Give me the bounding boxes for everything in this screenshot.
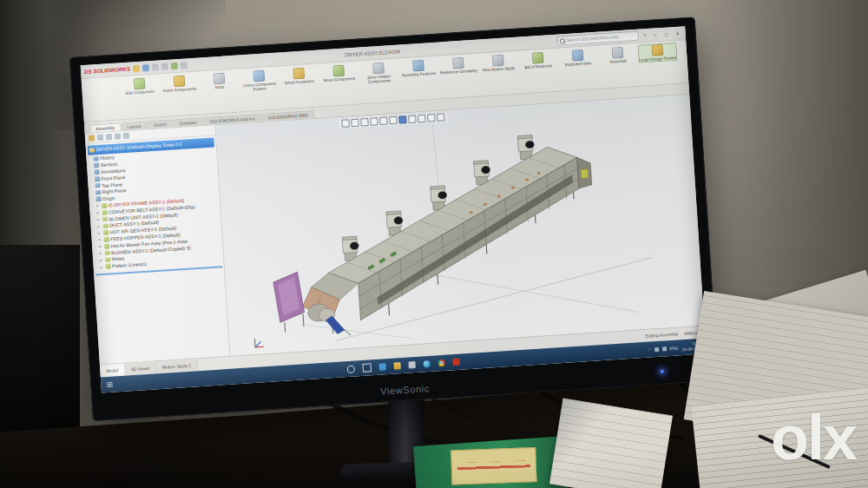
origin-triad-icon	[252, 335, 266, 350]
solidworks-logo: DS SOLIDWORKS	[84, 66, 130, 75]
store-icon[interactable]	[408, 361, 415, 368]
file-explorer-icon[interactable]	[393, 362, 400, 369]
cortana-icon[interactable]	[347, 365, 356, 373]
chrome-icon[interactable]	[437, 359, 444, 366]
security-shield-icon[interactable]	[654, 346, 658, 351]
dimxpert-manager-tab-icon[interactable]	[115, 133, 121, 139]
feature-icon	[95, 183, 100, 188]
ribbon-button-icon	[492, 55, 504, 67]
expand-arrow-icon[interactable]: ▸	[99, 244, 102, 248]
hide-show-items-icon[interactable]	[408, 115, 417, 123]
monitor: DS SOLIDWORKS DRYER ASSY.SLDASM Search S…	[69, 16, 719, 421]
apply-scene-icon[interactable]	[427, 114, 436, 122]
expand-arrow-icon[interactable]: ▸	[97, 217, 101, 221]
ribbon-button[interactable]: Edit Component	[120, 76, 160, 96]
property-manager-tab-icon[interactable]	[97, 135, 103, 141]
ribbon-button[interactable]: Assembly Features	[398, 58, 438, 79]
task-view-icon[interactable]	[362, 363, 372, 373]
help-button[interactable]: ?	[641, 32, 648, 38]
view-orientation-icon[interactable]	[389, 116, 398, 125]
ribbon-button-label: Instant3D	[609, 59, 627, 65]
ribbon-button[interactable]: Bill of Materials	[518, 50, 558, 71]
ribbon-button[interactable]: Instant3D	[598, 45, 638, 66]
language-indicator[interactable]: ENG	[669, 346, 678, 351]
ribbon-button-icon	[214, 73, 226, 85]
dynamic-annotation-views-icon[interactable]	[379, 116, 388, 125]
save-icon[interactable]	[152, 63, 159, 70]
component-icon	[103, 237, 108, 242]
previous-view-icon[interactable]	[360, 118, 369, 127]
mail-icon[interactable]	[379, 363, 386, 370]
expand-arrow-icon[interactable]: ▸	[96, 210, 100, 214]
status-units[interactable]: MMGS	[684, 330, 698, 336]
feature-icon	[95, 196, 101, 201]
graphics-viewport[interactable]	[215, 95, 704, 356]
edge-icon[interactable]	[423, 360, 430, 367]
maximize-button[interactable]: □	[662, 31, 671, 37]
ribbon-button-icon	[572, 49, 584, 62]
ribbon-button[interactable]: Exploded View	[558, 48, 598, 69]
expand-arrow-icon[interactable]: ▸	[97, 224, 101, 228]
feature-icon	[95, 176, 100, 181]
ribbon-button-label: Reference Geometry	[440, 69, 477, 76]
search-icon	[560, 38, 565, 43]
expand-arrow-icon[interactable]: ▸	[100, 265, 103, 269]
solidworks-taskbar-icon[interactable]	[452, 359, 459, 366]
ribbon-button[interactable]: Move Component	[319, 63, 358, 84]
ribbon-button-label: Linear Component Pattern	[240, 81, 279, 92]
ribbon-button-label: Insert Components	[163, 87, 197, 94]
ribbon-button[interactable]: Reference Geometry	[438, 56, 478, 76]
ribbon-button[interactable]: Linear Component Pattern	[239, 69, 279, 94]
display-manager-tab-icon[interactable]	[123, 133, 129, 139]
taskbar-apps	[347, 358, 460, 373]
ribbon-button[interactable]: Smart Fasteners	[279, 66, 319, 87]
ribbon-button-label: Move Component	[324, 76, 356, 83]
feature-tree-component-label: Pattern (Linear)1	[112, 261, 148, 269]
component-icon	[102, 223, 108, 228]
print-icon[interactable]	[161, 63, 168, 69]
ribbon-button-icon	[612, 47, 624, 59]
ribbon-button[interactable]: New Motion Study	[478, 53, 518, 74]
component-icon	[104, 250, 109, 255]
new-icon[interactable]	[133, 64, 140, 71]
start-button[interactable]: ⊞	[101, 380, 119, 389]
display-style-icon[interactable]	[398, 115, 407, 124]
ribbon-button-icon	[532, 52, 544, 64]
expand-arrow-icon[interactable]: ▸	[98, 231, 102, 235]
rebuild-icon[interactable]	[181, 62, 187, 69]
ribbon-button-icon	[372, 63, 385, 75]
3d-model-dryer-conveyor[interactable]	[231, 107, 690, 353]
feature-manager-tab-icon[interactable]	[89, 135, 95, 141]
expand-arrow-icon[interactable]: ▸	[99, 251, 102, 255]
ribbon-button[interactable]: Large Design Review	[637, 43, 677, 63]
feature-icon	[93, 156, 98, 162]
section-view-icon[interactable]	[370, 117, 378, 126]
ribbon-button[interactable]: Mate	[199, 70, 239, 91]
ribbon-button[interactable]: Insert Components	[160, 73, 200, 94]
expand-arrow-icon[interactable]: ▸	[96, 204, 100, 208]
tray-expand-icon[interactable]: ^	[648, 347, 650, 352]
ribbon-button[interactable]: Show Hidden Components	[358, 61, 399, 86]
view-settings-icon[interactable]	[437, 113, 445, 122]
component-icon	[105, 257, 110, 262]
photo-scene: DS SOLIDWORKS DRYER ASSY.SLDASM Search S…	[0, 0, 868, 488]
edit-appearance-icon[interactable]	[418, 115, 426, 123]
minimize-button[interactable]: –	[651, 32, 660, 38]
zoom-to-fit-icon[interactable]	[342, 119, 351, 128]
status-editing-mode: Editing Assembly	[645, 331, 678, 338]
ribbon-button-label: Exploded View	[565, 61, 592, 67]
component-icon	[103, 230, 108, 235]
volume-icon[interactable]	[661, 346, 666, 351]
configuration-manager-tab-icon[interactable]	[106, 134, 112, 140]
ribbon-button-icon	[412, 60, 424, 72]
open-icon[interactable]	[142, 64, 149, 71]
close-button[interactable]: ×	[673, 30, 681, 36]
expand-arrow-icon[interactable]: ▸	[98, 237, 102, 241]
undo-icon[interactable]	[171, 62, 178, 69]
zoom-to-area-icon[interactable]	[351, 119, 359, 128]
feature-manager-panel: DRYER ASSY (Default<Display State-1>) Hi…	[85, 125, 231, 364]
ribbon-button-label: Bill of Materials	[525, 63, 552, 69]
feature-tree-components: ▸ (f) DRYER FRAME ASSY-1 (Default) ▸ CON…	[89, 195, 224, 270]
expand-arrow-icon[interactable]: ▸	[100, 258, 103, 262]
feature-tree-item-label: Origin	[102, 195, 115, 201]
